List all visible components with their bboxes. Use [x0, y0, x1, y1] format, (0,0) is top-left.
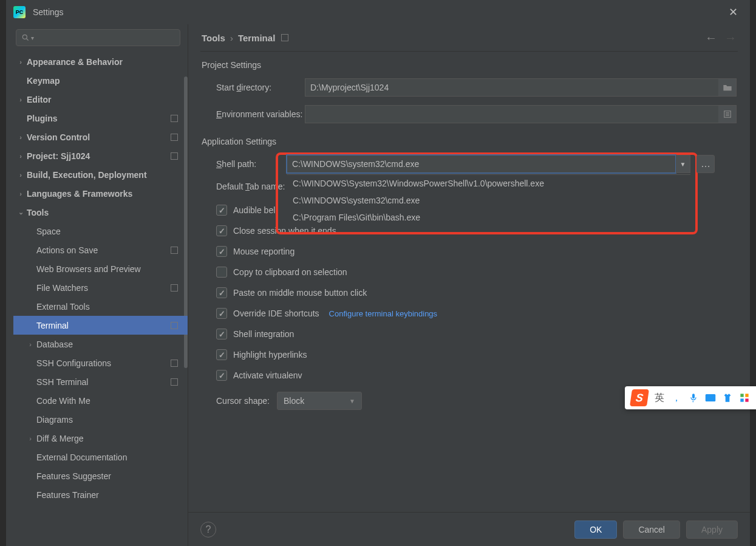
default-tab-label: Default Tab name: [202, 182, 287, 191]
checkbox-icon[interactable] [216, 349, 227, 360]
checkbox-mouse-reporting[interactable]: Mouse reporting [202, 241, 737, 262]
checkbox-label: Activate virtualenv [233, 370, 302, 380]
scope-badge-icon [171, 247, 178, 254]
checkbox-icon[interactable] [216, 287, 227, 298]
cursor-shape-select[interactable]: Block ▼ [277, 392, 362, 410]
shell-path-combo[interactable]: C:\WINDOWS\system32\cmd.exe ▼ C:\WINDOWS… [287, 155, 690, 173]
svg-rect-10 [745, 398, 748, 401]
sidebar-item-label: Actions on Save [36, 245, 98, 255]
checkbox-icon[interactable] [216, 246, 227, 257]
sidebar-item-space[interactable]: Space [13, 222, 188, 241]
sidebar-item-label: Appearance & Behavior [27, 57, 123, 67]
checkbox-icon[interactable] [216, 225, 227, 236]
sidebar-item-editor[interactable]: ›Editor [13, 90, 188, 109]
checkbox-icon[interactable] [216, 329, 227, 340]
start-directory-label: Start directory: [202, 83, 305, 92]
sidebar-item-label: Plugins [27, 114, 58, 123]
shell-option[interactable]: C:\WINDOWS\system32\cmd.exe [287, 192, 690, 209]
sidebar-item-label: SSH Configurations [36, 358, 111, 368]
grid-icon[interactable] [739, 392, 750, 403]
sidebar-item-label: File Watchers [36, 283, 88, 293]
sidebar-item-keymap[interactable]: Keymap [13, 71, 188, 90]
checkbox-activate-virtualenv[interactable]: Activate virtualenv [202, 365, 737, 386]
breadcrumb-leaf: Terminal [238, 33, 275, 43]
ime-punct-icon[interactable]: ， [671, 392, 682, 403]
sidebar-item-appearance-behavior[interactable]: ›Appearance & Behavior [13, 52, 188, 71]
microphone-icon[interactable] [688, 392, 699, 403]
svg-rect-8 [745, 394, 748, 397]
tree-arrow-icon: › [17, 134, 24, 141]
checkbox-label: Mouse reporting [233, 247, 295, 256]
sidebar-item-terminal[interactable]: Terminal [13, 316, 188, 335]
sidebar-item-features-trainer[interactable]: Features Trainer [13, 485, 188, 504]
sidebar-item-actions-on-save[interactable]: Actions on Save [13, 241, 188, 259]
window-title: Settings [33, 7, 64, 17]
sidebar-item-version-control[interactable]: ›Version Control [13, 128, 188, 146]
tree-arrow-icon: › [17, 96, 24, 103]
sidebar-item-label: Version Control [27, 132, 90, 142]
apply-button[interactable]: Apply [686, 520, 738, 539]
ime-toolbar[interactable]: S 英 ， [625, 386, 756, 409]
scope-badge-icon [171, 360, 178, 367]
checkbox-icon[interactable] [216, 267, 227, 278]
checkbox-copy-to-clipboard-on-selection[interactable]: Copy to clipboard on selection [202, 262, 737, 282]
shell-path-input[interactable]: C:\WINDOWS\system32\cmd.exe [287, 155, 676, 173]
nav-back-icon[interactable]: ← [705, 31, 717, 45]
configure-keybindings-link[interactable]: Configure terminal keybindings [329, 309, 437, 318]
sidebar-item-tools[interactable]: ⌄Tools [13, 203, 188, 222]
tree-arrow-icon: › [27, 341, 34, 348]
env-variables-input[interactable] [305, 105, 718, 123]
sidebar-item-project-sjj1024[interactable]: ›Project: Sjj1024 [13, 146, 188, 165]
sidebar-item-code-with-me[interactable]: Code With Me [13, 391, 188, 410]
sidebar-item-ssh-terminal[interactable]: SSH Terminal [13, 372, 188, 391]
sidebar-item-file-watchers[interactable]: File Watchers [13, 278, 188, 297]
keyboard-icon[interactable] [705, 392, 716, 403]
ok-button[interactable]: OK [574, 520, 617, 539]
button-bar: ? OK Cancel Apply [188, 512, 750, 546]
env-editor-icon[interactable] [718, 105, 737, 123]
sidebar-item-label: Features Trainer [36, 490, 99, 500]
breadcrumb-root[interactable]: Tools [202, 33, 225, 43]
shell-option[interactable]: C:\Program Files\Git\bin\bash.exe [287, 209, 690, 226]
scope-badge-icon [171, 284, 178, 292]
checkbox-icon[interactable] [216, 205, 227, 216]
shirt-icon[interactable] [722, 392, 733, 403]
combo-dropdown-icon[interactable]: ▼ [676, 155, 690, 173]
sidebar-item-diff-merge[interactable]: ›Diff & Merge [13, 429, 188, 448]
sidebar-item-label: Languages & Frameworks [27, 189, 132, 199]
sidebar-item-label: Diff & Merge [36, 434, 84, 443]
sidebar-item-label: Editor [27, 95, 51, 104]
sidebar-item-diagrams[interactable]: Diagrams [13, 410, 188, 429]
checkbox-highlight-hyperlinks[interactable]: Highlight hyperlinks [202, 344, 737, 365]
checkbox-icon[interactable] [216, 308, 227, 319]
sidebar-item-ssh-configurations[interactable]: SSH Configurations [13, 353, 188, 372]
checkbox-shell-integration[interactable]: Shell integration [202, 324, 737, 344]
checkbox-override-ide-shortcuts[interactable]: Override IDE shortcutsConfigure terminal… [202, 303, 737, 324]
sidebar-item-database[interactable]: ›Database [13, 335, 188, 353]
sidebar-item-external-documentation[interactable]: External Documentation [13, 448, 188, 466]
browse-shell-button[interactable]: … [696, 155, 715, 173]
sidebar-item-web-browsers-and-preview[interactable]: Web Browsers and Preview [13, 259, 188, 278]
close-icon[interactable]: ✕ [724, 3, 743, 21]
shell-option[interactable]: C:\WINDOWS\System32\WindowsPowerShell\v1… [287, 175, 690, 192]
sidebar-item-plugins[interactable]: Plugins [13, 109, 188, 128]
search-icon [21, 33, 30, 42]
search-input[interactable]: ▾ [16, 29, 180, 46]
svg-line-1 [27, 39, 29, 41]
sidebar-item-external-tools[interactable]: External Tools [13, 297, 188, 316]
ime-lang-icon[interactable]: 英 [654, 392, 665, 403]
svg-rect-6 [706, 394, 716, 401]
caret-down-icon: ▼ [349, 398, 355, 404]
checkbox-paste-on-middle-mouse-button-click[interactable]: Paste on middle mouse button click [202, 282, 737, 303]
help-icon[interactable]: ? [200, 522, 216, 537]
cancel-button[interactable]: Cancel [623, 520, 680, 539]
pycharm-icon: PC [13, 6, 26, 18]
browse-folder-icon[interactable] [718, 78, 737, 97]
sidebar-item-features-suggester[interactable]: Features Suggester [13, 466, 188, 485]
checkbox-icon[interactable] [216, 370, 227, 381]
sogou-icon[interactable]: S [630, 389, 649, 406]
tree-arrow-icon: › [17, 152, 24, 160]
start-directory-input[interactable]: D:\Myproject\Sjj1024 [305, 78, 718, 97]
sidebar-item-languages-frameworks[interactable]: ›Languages & Frameworks [13, 184, 188, 203]
sidebar-item-build-execution-deployment[interactable]: ›Build, Execution, Deployment [13, 165, 188, 184]
